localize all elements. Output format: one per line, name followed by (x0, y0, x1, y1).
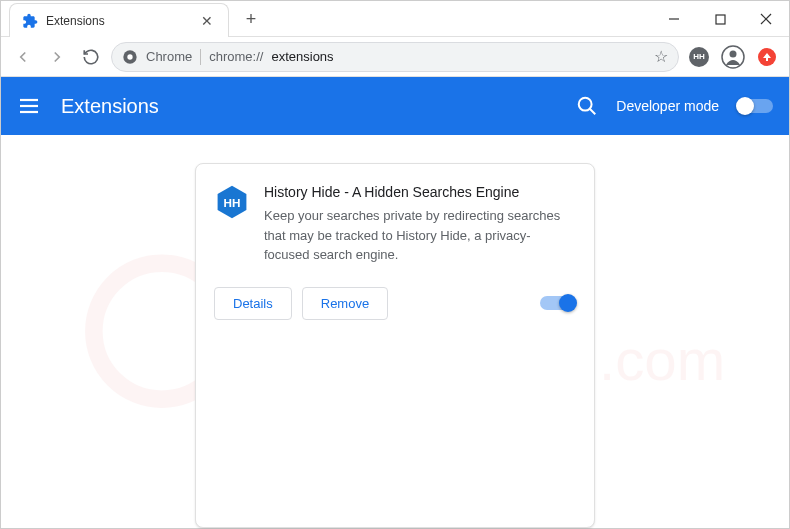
browser-tab[interactable]: Extensions ✕ (9, 3, 229, 37)
new-tab-button[interactable]: + (237, 5, 265, 33)
extension-puzzle-icon (22, 13, 38, 29)
extension-name: History Hide - A Hidden Searches Engine (264, 184, 576, 200)
omnibox-divider (200, 49, 201, 65)
reload-button[interactable] (77, 43, 105, 71)
window-titlebar: Extensions ✕ + (1, 1, 789, 37)
svg-rect-1 (716, 15, 725, 24)
svg-text:HH: HH (224, 196, 241, 209)
tab-title: Extensions (46, 14, 190, 28)
address-bar[interactable]: Chrome chrome://extensions ☆ (111, 42, 679, 72)
close-tab-icon[interactable]: ✕ (198, 13, 216, 29)
browser-toolbar: Chrome chrome://extensions ☆ HH (1, 37, 789, 77)
extension-logo-icon: HH (214, 184, 250, 220)
omnibox-label: Chrome (146, 49, 192, 64)
details-button[interactable]: Details (214, 287, 292, 320)
window-maximize-button[interactable] (697, 1, 743, 37)
extension-enable-toggle[interactable] (540, 296, 576, 310)
extensions-content: risk .com HH History Hide - A Hidden Sea… (1, 135, 789, 528)
search-icon[interactable] (576, 95, 598, 117)
remove-button[interactable]: Remove (302, 287, 388, 320)
update-badge-icon[interactable] (753, 43, 781, 71)
svg-point-5 (127, 54, 132, 59)
extension-card: HH History Hide - A Hidden Searches Engi… (195, 163, 595, 528)
chrome-icon (122, 49, 138, 65)
extension-hh-icon[interactable]: HH (685, 43, 713, 71)
url-scheme: chrome:// (209, 49, 263, 64)
extension-description: Keep your searches private by redirectin… (264, 206, 576, 265)
developer-mode-toggle[interactable] (737, 99, 773, 113)
page-title: Extensions (61, 95, 159, 118)
menu-hamburger-icon[interactable] (17, 94, 41, 118)
profile-avatar-icon[interactable] (719, 43, 747, 71)
developer-mode-label: Developer mode (616, 98, 719, 114)
window-close-button[interactable] (743, 1, 789, 37)
bookmark-star-icon[interactable]: ☆ (654, 47, 668, 66)
svg-point-7 (730, 50, 737, 57)
extensions-header: Extensions Developer mode (1, 77, 789, 135)
svg-text:.com: .com (599, 327, 725, 392)
svg-point-11 (579, 98, 592, 111)
url-path: extensions (271, 49, 333, 64)
back-button[interactable] (9, 43, 37, 71)
forward-button[interactable] (43, 43, 71, 71)
svg-line-12 (590, 109, 596, 115)
window-minimize-button[interactable] (651, 1, 697, 37)
